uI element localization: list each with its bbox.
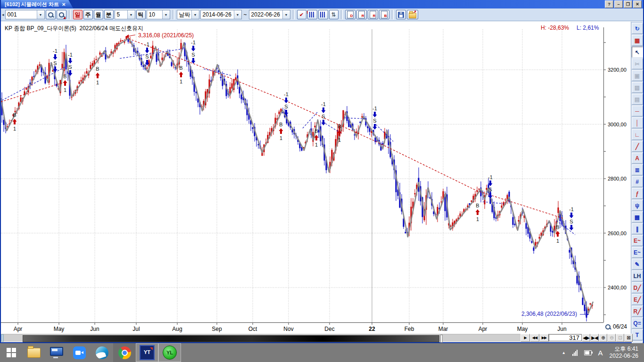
angle-line-tool-icon[interactable]: ∟ — [632, 129, 643, 140]
minimize-button[interactable]: – — [614, 0, 623, 8]
elliott-wave2-icon[interactable]: E~ — [632, 247, 643, 258]
taskbar-remote-desktop[interactable] — [45, 343, 68, 362]
svg-text:2400,00: 2400,00 — [608, 285, 627, 290]
taskbar-whale[interactable] — [91, 343, 113, 362]
search-history-button[interactable] — [57, 10, 66, 19]
expand-range-button[interactable]: ◀▶ — [582, 334, 590, 342]
refresh-icon[interactable]: ↻ — [632, 23, 643, 34]
shrink-range-button[interactable]: ▶◀ — [590, 334, 599, 342]
date-from-combo[interactable]: 2014-06-26 ▼ — [200, 10, 242, 19]
e-wave-icon[interactable]: E╱ — [632, 294, 643, 305]
fit-view-button: ⊡ — [616, 334, 624, 342]
gann-grid-icon[interactable]: ▩ — [632, 212, 643, 222]
date-mode-combo[interactable]: 날짜 ▼ — [177, 10, 199, 19]
low-high-icon[interactable]: LH — [632, 271, 643, 281]
restore-button[interactable]: ❐ — [624, 0, 632, 8]
d-wave-icon[interactable]: D╱ — [632, 282, 643, 293]
sort-button[interactable]: ⇅ — [329, 10, 339, 19]
battery-icon[interactable] — [584, 350, 592, 355]
copy-b-button[interactable]: B — [379, 10, 389, 19]
doc-gr-button[interactable]: R — [368, 10, 378, 19]
separator — [341, 10, 343, 19]
fan-lines-icon[interactable]: ψ — [632, 200, 643, 211]
ime-indicator[interactable]: A — [598, 349, 603, 357]
signal-chart-button[interactable]: ✔ — [297, 10, 306, 19]
chevron-down-icon[interactable]: ▼ — [37, 10, 44, 19]
quote-list-icon[interactable]: Q= — [632, 318, 643, 329]
scroll-right-button[interactable]: ▶ — [520, 334, 530, 342]
taskbar-chrome[interactable] — [113, 343, 136, 362]
clock-time: 오후 6:41 — [610, 346, 638, 353]
network-signal-icon[interactable] — [572, 350, 578, 356]
start-button[interactable] — [0, 343, 23, 362]
period-month-button[interactable]: 월 — [94, 10, 103, 19]
help-button[interactable]: ? — [605, 0, 613, 8]
indicator-alert-button[interactable] — [307, 10, 317, 19]
svg-text:-1: -1 — [284, 91, 289, 97]
chevron-down-icon[interactable]: ▼ — [282, 10, 290, 19]
trendline-tool-icon[interactable]: ╱ — [632, 141, 643, 152]
hline-tool-icon[interactable]: ─ — [632, 106, 643, 116]
chevron-down-icon[interactable]: ▼ — [127, 10, 135, 19]
scrollbar-thumb[interactable] — [23, 335, 439, 342]
pencil-tool-icon[interactable]: ✎ — [632, 259, 643, 270]
taskbar-yt-trader[interactable]: YT — [136, 343, 158, 362]
open-button[interactable] — [407, 10, 418, 19]
chart-area[interactable]: 3200,003000,002800,002600,002400,00AprMa… — [1, 22, 633, 334]
axis-zoom-icon[interactable] — [605, 324, 611, 330]
label-tool-icon[interactable]: T — [632, 329, 643, 340]
chevron-down-icon[interactable]: ▼ — [162, 10, 170, 19]
tab-close-icon[interactable]: ✕ — [62, 2, 66, 7]
scrollbar-notch[interactable] — [440, 335, 443, 343]
vline-tool-icon[interactable]: │ — [632, 117, 643, 128]
period-tick-button[interactable]: 틱 — [136, 10, 146, 19]
zoom-in-button[interactable]: ⊕ — [599, 334, 607, 342]
date-to-combo[interactable]: 2022-06-26 ▼ — [249, 10, 290, 19]
grid-lines-icon[interactable]: # — [632, 176, 643, 187]
taskbar-explorer[interactable] — [23, 343, 45, 362]
period-minute-button[interactable]: 분 — [104, 10, 114, 19]
date-from-value: 2014-06-26 — [203, 11, 231, 18]
scroll-start-button[interactable]: ◀◀ — [530, 334, 539, 342]
search-button[interactable] — [46, 10, 56, 19]
scroll-end-button[interactable]: ▶▶ — [539, 334, 549, 342]
tick-combo[interactable]: 10 ▼ — [147, 10, 170, 19]
toolbar-back-icon[interactable]: ◂ — [2, 12, 4, 17]
minute-combo[interactable]: 5 ▼ — [115, 10, 135, 19]
doc-d-button[interactable]: D — [345, 10, 355, 19]
parallel-lines-icon[interactable]: ∥ — [632, 223, 643, 234]
elliott-wave-icon[interactable]: E~ — [632, 235, 643, 246]
window-tab[interactable]: [6102] 시뮬레이션 차트 ✕ — [1, 0, 73, 8]
tray-expand-icon[interactable]: ▲ — [562, 351, 566, 355]
close-button[interactable]: ✕ — [633, 0, 642, 8]
r-wave-icon[interactable]: R╱ — [632, 306, 643, 317]
svg-text:B: B — [279, 122, 282, 127]
cursor-icon[interactable]: ↖ — [632, 47, 643, 58]
taskbar-zoom[interactable] — [68, 343, 91, 362]
text-tool-icon[interactable]: A — [632, 153, 643, 164]
svg-text:2600,00: 2600,00 — [608, 230, 627, 236]
symbol-combo[interactable]: 001 ▼ — [5, 10, 45, 19]
formula-icon[interactable]: ƒ — [632, 188, 643, 199]
scrollbar-track[interactable] — [4, 334, 520, 342]
svg-text:-1: -1 — [191, 40, 196, 45]
visible-bars-input[interactable] — [549, 334, 582, 341]
open-folder-icon — [409, 13, 416, 18]
doc-r-button[interactable]: R — [356, 10, 367, 19]
taskbar-yl-app[interactable]: YL — [158, 343, 181, 362]
chevron-down-icon[interactable]: ▼ — [234, 10, 241, 19]
clear-view-button[interactable]: ⊠ — [624, 334, 633, 342]
fib-lines-icon[interactable]: ≣ — [632, 165, 643, 175]
period-week-button[interactable]: 주 — [83, 10, 93, 19]
save-button[interactable] — [396, 10, 406, 19]
chart-settings-icon[interactable]: ▦ — [632, 35, 643, 46]
dow-trend-line — [1, 38, 593, 313]
svg-text:1: 1 — [64, 87, 66, 93]
svg-text:May: May — [517, 326, 528, 332]
chevron-down-icon[interactable]: ▼ — [191, 10, 199, 19]
taskbar-clock[interactable]: 오후 6:41 2022-06-26 — [610, 346, 638, 360]
indicator-button[interactable] — [318, 10, 328, 19]
period-day-button[interactable]: 일 — [73, 10, 83, 19]
pan-tool-icon: ▣ — [632, 70, 643, 81]
price-chart[interactable]: 3200,003000,002800,002600,002400,00AprMa… — [1, 22, 633, 334]
